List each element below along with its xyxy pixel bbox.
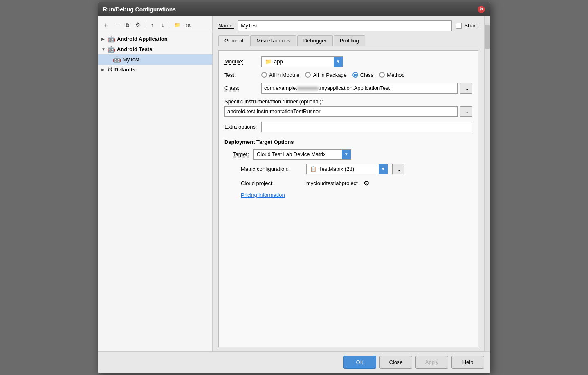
name-input[interactable] [238, 20, 452, 31]
radio-label-all-in-package: All in Package [313, 72, 346, 78]
dialog-title: Run/Debug Configurations [103, 6, 176, 13]
class-label: Class: [224, 85, 257, 91]
title-bar: Run/Debug Configurations ✕ [98, 2, 490, 16]
remove-button[interactable]: − [112, 20, 121, 29]
pricing-link-row: Pricing information [241, 192, 472, 198]
matrix-select-text: 📋 TestMatrix (28) [307, 166, 379, 172]
move-down-button[interactable]: ↓ [158, 20, 167, 29]
tabs: General Miscellaneous Debugger Profiling [218, 35, 478, 46]
sidebar-item-mytest[interactable]: 🤖 MyTest [98, 54, 212, 65]
move-up-button[interactable]: ↑ [148, 20, 157, 29]
sidebar: + − ⧉ ⚙ ↑ ↓ 📁 ↕a ▶ 🤖 Android Application [98, 16, 213, 351]
android-icon: 🤖 [107, 35, 115, 43]
close-icon[interactable]: ✕ [478, 6, 485, 13]
ok-button[interactable]: OK [343, 356, 376, 369]
bottom-buttons: OK Close Apply Help [98, 351, 490, 373]
class-blurred: xxxxxxxx [297, 85, 319, 91]
sort-button[interactable]: ↕a [183, 20, 192, 29]
gear-icon[interactable]: ⚙ [364, 179, 369, 187]
matrix-value: TestMatrix (28) [319, 166, 354, 172]
folder-button[interactable]: 📁 [173, 20, 182, 29]
test-row: Test: All in Module All in Package Cl [224, 72, 472, 78]
tab-debugger[interactable]: Debugger [297, 35, 333, 46]
target-label: Target: [233, 151, 249, 157]
matrix-section: Matrix configuration: 📋 TestMatrix (28) … [224, 164, 472, 198]
test-radio-group: All in Module All in Package Class [261, 72, 472, 78]
scrollbar-thumb [485, 25, 490, 49]
matrix-config-select[interactable]: 📋 TestMatrix (28) ▼ [306, 164, 388, 174]
target-row: Target: Cloud Test Lab Device Matrix ▼ [224, 149, 472, 160]
radio-circle-method [379, 72, 385, 78]
configuration-tree: ▶ 🤖 Android Application ▼ 🤖 Android Test… [98, 32, 212, 76]
extra-options-row: Extra options: [224, 122, 472, 132]
tab-profiling[interactable]: Profiling [334, 35, 365, 46]
sidebar-toolbar: + − ⧉ ⚙ ↑ ↓ 📁 ↕a [98, 19, 212, 32]
add-button[interactable]: + [101, 20, 110, 29]
test-label: Test: [224, 72, 257, 78]
android-tests-icon: 🤖 [107, 45, 115, 53]
target-select[interactable]: Cloud Test Lab Device Matrix ▼ [253, 149, 351, 160]
radio-all-in-module[interactable]: All in Module [261, 72, 299, 78]
matrix-icon: 📋 [310, 166, 316, 172]
run-debug-configurations-dialog: Run/Debug Configurations ✕ + − ⧉ ⚙ ↑ ↓ 📁… [98, 2, 490, 373]
matrix-config-label: Matrix configuration: [241, 166, 302, 172]
share-label: Share [464, 22, 478, 29]
extra-options-input[interactable] [261, 122, 472, 132]
radio-method[interactable]: Method [379, 72, 404, 78]
module-dropdown-arrow[interactable]: ▼ [334, 57, 343, 67]
radio-class[interactable]: Class [352, 72, 374, 78]
deployment-section: Deployment Target Options Target: Cloud … [224, 137, 472, 198]
pricing-link[interactable]: Pricing information [241, 192, 285, 198]
radio-label-class: Class [360, 72, 374, 78]
apply-button[interactable]: Apply [415, 356, 448, 369]
module-select-text: 📁 app [262, 58, 334, 65]
name-row: Name: Share [218, 20, 478, 31]
extra-options-label: Extra options: [224, 124, 257, 130]
radio-all-in-package[interactable]: All in Package [305, 72, 346, 78]
matrix-dropdown-arrow[interactable]: ▼ [379, 164, 388, 174]
scrollbar[interactable] [484, 16, 490, 351]
class-prefix: com.example. [264, 85, 297, 91]
instrumentation-section: Specific instrumentation runner (optiona… [224, 98, 472, 117]
cloud-project-value: mycloudtestlabproject [306, 180, 358, 186]
expand-arrow-defaults: ▶ [101, 67, 105, 72]
toolbar-separator-2 [170, 22, 170, 28]
radio-circle-all-in-package [305, 72, 311, 78]
defaults-icon: ⚙ [107, 66, 113, 74]
sidebar-item-android-tests[interactable]: ▼ 🤖 Android Tests [98, 44, 212, 54]
sidebar-item-defaults[interactable]: ▶ ⚙ Defaults [98, 65, 212, 75]
radio-label-all-in-module: All in Module [269, 72, 299, 78]
close-button[interactable]: Close [379, 356, 412, 369]
class-browse-button[interactable]: ... [460, 83, 472, 94]
copy-button[interactable]: ⧉ [123, 20, 132, 29]
folder-icon: 📁 [265, 58, 272, 65]
sidebar-item-label: Android Application [117, 36, 168, 42]
matrix-browse-button[interactable]: ... [392, 164, 404, 174]
mytest-icon: 🤖 [113, 56, 121, 63]
module-row: Module: 📁 app ▼ [224, 56, 472, 67]
instrumentation-label: Specific instrumentation runner (optiona… [224, 98, 472, 105]
module-select[interactable]: 📁 app ▼ [261, 56, 343, 67]
cloud-project-row: Cloud project: mycloudtestlabproject ⚙ [241, 179, 472, 187]
sidebar-item-android-application[interactable]: ▶ 🤖 Android Application [98, 34, 212, 44]
share-checkbox[interactable] [456, 23, 462, 29]
move-settings-button[interactable]: ⚙ [133, 20, 142, 29]
class-suffix: .myapplication.ApplicationTest [319, 85, 390, 91]
radio-circle-all-in-module [261, 72, 267, 78]
radio-circle-class [352, 72, 358, 78]
help-button[interactable]: Help [451, 356, 484, 369]
tab-general[interactable]: General [218, 35, 249, 46]
class-row: Class: com.example.xxxxxxxx.myapplicatio… [224, 83, 472, 94]
toolbar-separator [145, 22, 145, 28]
expand-arrow-android-application: ▶ [101, 37, 105, 41]
target-select-text: Cloud Test Lab Device Matrix [254, 151, 342, 157]
instrumentation-browse-button[interactable]: ... [460, 106, 472, 117]
deployment-section-label: Deployment Target Options [224, 139, 472, 145]
target-dropdown-arrow[interactable]: ▼ [342, 150, 351, 159]
class-input-row: com.example.xxxxxxxx.myapplication.Appli… [261, 83, 472, 94]
instrumentation-input[interactable] [224, 106, 458, 117]
sidebar-item-label-tests: Android Tests [117, 46, 152, 52]
class-input[interactable]: com.example.xxxxxxxx.myapplication.Appli… [261, 83, 458, 94]
instrumentation-input-row: ... [224, 106, 472, 117]
tab-miscellaneous[interactable]: Miscellaneous [250, 35, 296, 46]
